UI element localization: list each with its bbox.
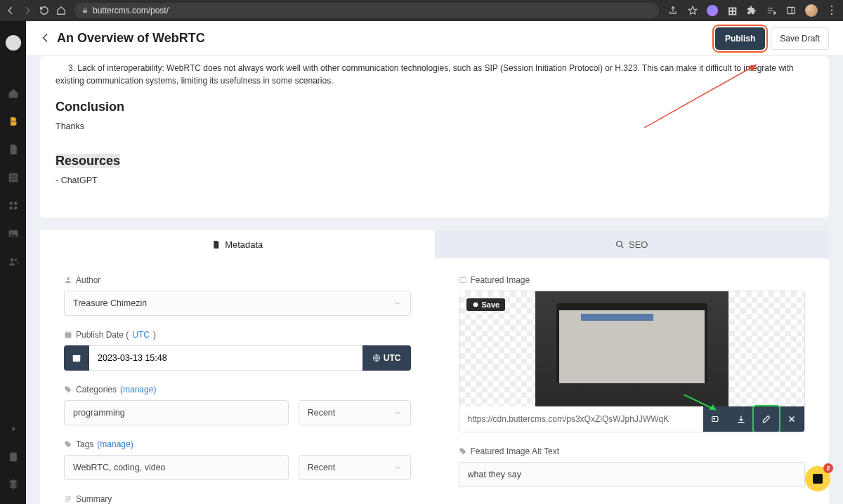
featured-image-label: Featured Image (459, 275, 806, 285)
back-icon[interactable] (6, 6, 15, 15)
home-icon[interactable] (56, 6, 66, 15)
help-badge-count: 2 (823, 463, 833, 473)
chevron-down-icon (393, 463, 402, 472)
tab-seo[interactable]: SEO (435, 230, 830, 258)
playlist-icon[interactable] (766, 5, 777, 16)
summary-label: Summary (64, 494, 411, 504)
star-icon[interactable] (687, 5, 698, 16)
reload-icon[interactable] (39, 6, 49, 15)
help-chat-button[interactable]: 2 (805, 466, 830, 491)
help-icon[interactable] (7, 424, 20, 437)
tags-recent-select[interactable]: Recent (299, 455, 411, 480)
tags-label: Tags (manage) (64, 439, 411, 449)
svg-rect-16 (65, 333, 72, 338)
image-url-text: https://cdn.buttercms.com/ps3xQxZlQsWJph… (459, 407, 704, 431)
featured-image-preview[interactable]: Save (459, 291, 805, 406)
alt-text-input[interactable] (459, 462, 806, 487)
author-value: Treasure Chimeziri (73, 298, 147, 308)
tab-metadata[interactable]: Metadata (40, 230, 435, 258)
tab-metadata-label: Metadata (225, 239, 263, 250)
publish-button[interactable]: Publish (715, 27, 765, 50)
browser-chrome: buttercms.com/post/ ⊞ ⋮ (0, 0, 843, 21)
file-icon (211, 240, 221, 249)
svg-point-5 (9, 206, 12, 209)
svg-rect-20 (459, 278, 466, 283)
svg-rect-2 (9, 173, 18, 182)
svg-point-24 (714, 418, 715, 420)
image-download-icon[interactable] (728, 406, 754, 432)
svg-point-8 (11, 232, 12, 234)
author-select[interactable]: Treasure Chimeziri (64, 291, 411, 316)
resource-item: - ChatGPT (55, 175, 813, 185)
search-icon (615, 240, 625, 249)
svg-point-4 (14, 202, 17, 205)
svg-point-21 (461, 279, 462, 280)
tags-manage-link[interactable]: (manage) (97, 439, 133, 449)
alt-text-label: Featured Image Alt Text (459, 446, 806, 456)
image-remove-icon[interactable] (779, 406, 804, 432)
users-icon[interactable] (7, 256, 20, 268)
categories-manage-link[interactable]: (manage) (120, 385, 156, 394)
svg-point-14 (617, 241, 622, 246)
menu-dots-icon[interactable]: ⋮ (826, 5, 837, 16)
forward-icon[interactable] (22, 6, 32, 15)
media-icon[interactable] (7, 227, 20, 240)
globe-icon (372, 354, 381, 362)
docs-icon[interactable] (7, 451, 20, 463)
save-image-button[interactable]: Save (466, 298, 506, 311)
publish-date-input[interactable] (89, 345, 362, 371)
svg-point-6 (14, 206, 17, 209)
image-edit-icon[interactable] (754, 406, 779, 432)
sidebar (0, 21, 26, 504)
categories-label: Categories (manage) (64, 385, 411, 394)
publish-date-row: UTC (64, 345, 411, 371)
chevron-down-icon (393, 409, 402, 417)
svg-rect-11 (10, 453, 16, 461)
page-icon[interactable] (7, 143, 20, 156)
metadata-left: Author Treasure Chimeziri Publish Date (… (40, 258, 435, 504)
utc-button[interactable]: UTC (362, 345, 411, 371)
intercom-icon (813, 474, 823, 484)
profile-avatar-icon[interactable] (805, 4, 818, 17)
svg-rect-18 (73, 355, 81, 357)
tab-seo-label: SEO (629, 239, 648, 250)
back-button[interactable] (40, 32, 53, 45)
categories-recent-select[interactable]: Recent (299, 400, 411, 425)
metadata-block: Metadata SEO Author (40, 230, 829, 504)
page-title: An Overview of WebRTC (57, 31, 205, 46)
url-bar[interactable]: buttercms.com/post/ (74, 3, 659, 18)
categories-input[interactable] (64, 400, 289, 425)
conclusion-heading: Conclusion (55, 100, 813, 114)
grid-icon[interactable] (7, 171, 20, 184)
brand-icon[interactable] (7, 115, 20, 128)
calendar-icon-box[interactable] (64, 345, 89, 371)
topbar: An Overview of WebRTC Publish Save Draft (26, 21, 843, 56)
featured-image-box: Save https://cdn.buttercms.com/ps3xQxZlQ… (459, 291, 806, 432)
extension-a-icon[interactable] (707, 5, 718, 16)
svg-point-22 (473, 303, 478, 307)
svg-point-15 (67, 277, 70, 280)
svg-point-9 (11, 258, 13, 261)
extension-puzzle-icon[interactable] (746, 5, 757, 16)
image-replace-icon[interactable] (703, 406, 728, 432)
layers-icon[interactable] (7, 477, 20, 490)
conclusion-paragraph: Thanks (55, 121, 813, 131)
pin-icon (472, 301, 479, 308)
chevron-down-icon (393, 299, 402, 307)
author-label: Author (64, 275, 411, 285)
share-icon[interactable] (667, 5, 679, 16)
save-draft-button[interactable]: Save Draft (771, 27, 829, 50)
home-nav-icon[interactable] (7, 87, 20, 100)
svg-rect-0 (83, 10, 87, 13)
panel-icon[interactable] (785, 5, 797, 16)
metadata-right: Featured Image Save (435, 258, 830, 504)
svg-point-3 (9, 202, 12, 205)
url-text: buttercms.com/post/ (93, 6, 169, 15)
tags-input[interactable] (64, 455, 289, 480)
workspace-avatar-icon[interactable] (6, 35, 21, 51)
extension-b-icon[interactable]: ⊞ (726, 5, 738, 16)
article-body[interactable]: 3. Lack of interoperability: WebRTC does… (40, 56, 829, 218)
components-icon[interactable] (7, 199, 20, 212)
lock-icon (81, 7, 89, 14)
resources-heading: Resources (55, 154, 813, 168)
